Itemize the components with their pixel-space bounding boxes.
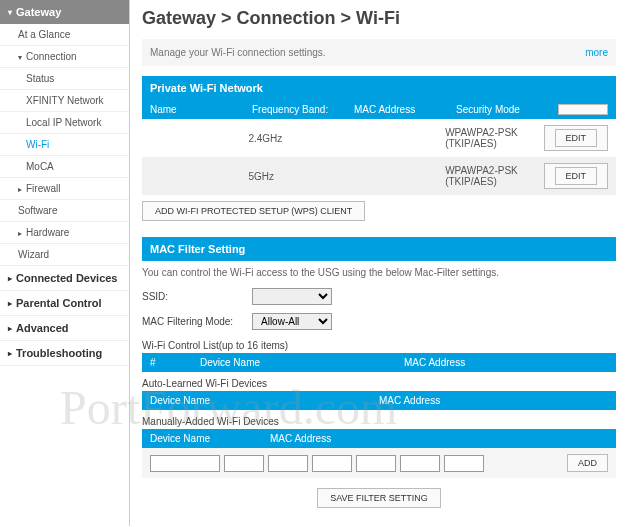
caret-icon: ▸ [8, 299, 12, 308]
description-text: Manage your Wi-Fi connection settings. [150, 47, 326, 58]
main-content: Gateway > Connection > Wi-Fi Manage your… [130, 0, 628, 526]
sidebar-item-localip[interactable]: Local IP Network [0, 112, 129, 134]
description-panel: Manage your Wi-Fi connection settings. m… [142, 39, 616, 66]
add-button[interactable]: ADD [567, 454, 608, 472]
sidebar-item-wifi[interactable]: Wi-Fi [0, 134, 129, 156]
sidebar-item-software[interactable]: Software [0, 200, 129, 222]
table-row: 5GHz WPAWPA2-PSK (TKIP/AES) EDIT [142, 157, 616, 195]
mode-label: MAC Filtering Mode: [142, 316, 252, 327]
save-filter-button[interactable]: SAVE FILTER SETTING [317, 488, 441, 508]
sidebar-item-hardware[interactable]: ▸Hardware [0, 222, 129, 244]
col-mac: MAC Address [270, 433, 608, 444]
caret-icon: ▸ [8, 324, 12, 333]
sidebar: ▾Gateway At a Glance ▾Connection Status … [0, 0, 130, 526]
caret-icon: ▸ [8, 349, 12, 358]
col-name: Name [150, 104, 252, 115]
col-device: Device Name [150, 395, 379, 406]
sidebar-gateway[interactable]: ▾Gateway [0, 0, 129, 24]
macfilter-header: MAC Filter Setting [142, 237, 616, 261]
caret-icon: ▸ [8, 274, 12, 283]
mac-octet-input[interactable] [312, 455, 352, 472]
sidebar-item-xfinity[interactable]: XFINITY Network [0, 90, 129, 112]
controllist-label: Wi-Fi Control List(up to 16 items) [142, 334, 616, 353]
macfilter-note: You can control the Wi-Fi access to the … [142, 261, 616, 284]
edit-button[interactable]: EDIT [555, 167, 598, 185]
ssid-label: SSID: [142, 291, 252, 302]
col-mac: MAC Address [354, 104, 456, 115]
mac-octet-input[interactable] [356, 455, 396, 472]
more-link[interactable]: more [585, 47, 608, 58]
mac-octet-input[interactable] [268, 455, 308, 472]
mac-octet-input[interactable] [224, 455, 264, 472]
breadcrumb: Gateway > Connection > Wi-Fi [142, 8, 616, 29]
autolearned-columns: Device Name MAC Address [142, 391, 616, 410]
private-wifi-header: Private Wi-Fi Network [142, 76, 616, 100]
ssid-select[interactable] [252, 288, 332, 305]
caret-icon: ▸ [18, 185, 22, 194]
sidebar-advanced[interactable]: ▸Advanced [0, 316, 129, 341]
manual-columns: Device Name MAC Address [142, 429, 616, 448]
sidebar-item-firewall[interactable]: ▸Firewall [0, 178, 129, 200]
mode-select[interactable]: Allow-All [252, 313, 332, 330]
edit-button[interactable]: EDIT [555, 129, 598, 147]
ssid-row: SSID: [142, 284, 616, 309]
caret-icon: ▾ [8, 8, 12, 17]
manual-label: Manually-Added Wi-Fi Devices [142, 410, 616, 429]
sidebar-item-status[interactable]: Status [0, 68, 129, 90]
caret-icon: ▾ [18, 53, 22, 62]
col-device: Device Name [200, 357, 404, 368]
col-mac: MAC Address [404, 357, 608, 368]
mac-input-row: ADD [142, 448, 616, 478]
col-device: Device Name [150, 433, 270, 444]
col-idx: # [150, 357, 200, 368]
private-wifi-columns: Name Frequency Band: MAC Address Securit… [142, 100, 616, 119]
mac-octet-input[interactable] [444, 455, 484, 472]
sidebar-item-moca[interactable]: MoCA [0, 156, 129, 178]
device-name-input[interactable] [150, 455, 220, 472]
caret-icon: ▸ [18, 229, 22, 238]
mode-row: MAC Filtering Mode: Allow-All [142, 309, 616, 334]
sidebar-connected[interactable]: ▸Connected Devices [0, 266, 129, 291]
autolearned-label: Auto-Learned Wi-Fi Devices [142, 372, 616, 391]
sidebar-trouble[interactable]: ▸Troubleshooting [0, 341, 129, 366]
mac-octet-input[interactable] [400, 455, 440, 472]
col-mac: MAC Address [379, 395, 608, 406]
sidebar-item-connection[interactable]: ▾Connection [0, 46, 129, 68]
wps-button[interactable]: ADD WI-FI PROTECTED SETUP (WPS) CLIENT [142, 201, 365, 221]
sidebar-item-glance[interactable]: At a Glance [0, 24, 129, 46]
sidebar-parental[interactable]: ▸Parental Control [0, 291, 129, 316]
sidebar-item-wizard[interactable]: Wizard [0, 244, 129, 266]
col-freq: Frequency Band: [252, 104, 354, 115]
controllist-columns: # Device Name MAC Address [142, 353, 616, 372]
col-sec: Security Mode [456, 104, 558, 115]
table-row: 2.4GHz WPAWPA2-PSK (TKIP/AES) EDIT [142, 119, 616, 157]
